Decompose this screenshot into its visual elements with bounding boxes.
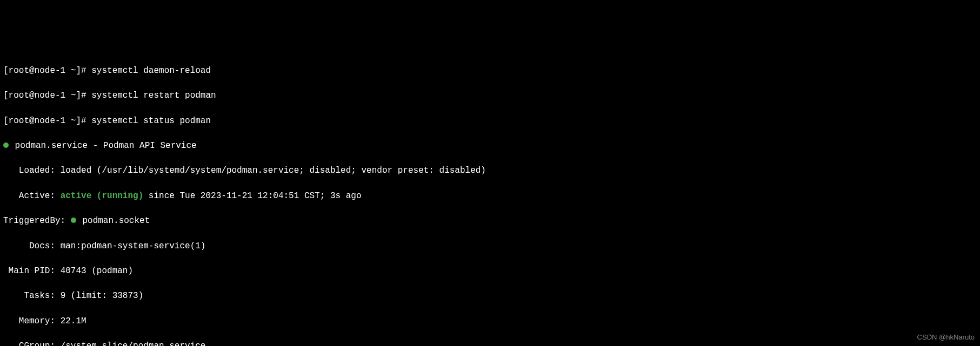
- terminal-output[interactable]: [root@node-1 ~]# systemctl daemon-reload…: [3, 52, 977, 346]
- command-line: [root@node-1 ~]# systemctl daemon-reload: [3, 65, 977, 77]
- watermark: CSDN @hkNaruto: [917, 333, 975, 343]
- field-value: 22.1M: [61, 316, 86, 326]
- field-label: Loaded:: [3, 166, 61, 175]
- shell-prompt: [root@node-1 ~]#: [3, 116, 91, 126]
- status-dot-icon: [3, 143, 9, 148]
- active-state: active (running): [61, 191, 144, 201]
- active-since: since Tue 2023-11-21 12:04:51 CST; 3s ag…: [143, 191, 361, 201]
- field-label: Tasks:: [3, 291, 61, 301]
- field-value: 9 (limit: 33873): [61, 291, 144, 301]
- memory-line: Memory: 22.1M: [3, 315, 977, 328]
- field-label: CGroup:: [3, 341, 61, 346]
- field-label: Memory:: [3, 316, 61, 326]
- triggeredby-line: TriggeredBy: podman.socket: [3, 215, 977, 227]
- status-dot-icon: [71, 218, 76, 223]
- field-value: man:podman-system-service(1): [61, 241, 206, 251]
- loaded-line: Loaded: loaded (/usr/lib/systemd/system/…: [3, 165, 977, 177]
- command-text: systemctl status podman: [91, 116, 211, 126]
- field-label: Active:: [3, 191, 61, 201]
- field-value: podman.socket: [82, 216, 150, 226]
- service-unit: podman.service - Podman API Service: [15, 141, 197, 151]
- field-value: /system.slice/podman.service: [61, 341, 206, 346]
- active-line: Active: active (running) since Tue 2023-…: [3, 190, 977, 202]
- field-label: Main PID:: [3, 266, 61, 276]
- mainpid-line: Main PID: 40743 (podman): [3, 265, 977, 277]
- command-line: [root@node-1 ~]# systemctl status podman: [3, 115, 977, 127]
- command-line: [root@node-1 ~]# systemctl restart podma…: [3, 90, 977, 102]
- command-text: systemctl daemon-reload: [91, 66, 211, 76]
- field-value: loaded (/usr/lib/systemd/system/podman.s…: [61, 166, 486, 175]
- docs-line: Docs: man:podman-system-service(1): [3, 240, 977, 253]
- command-text: systemctl restart podman: [91, 91, 216, 100]
- tasks-line: Tasks: 9 (limit: 33873): [3, 290, 977, 302]
- service-header: podman.service - Podman API Service: [3, 140, 977, 152]
- field-label: Docs:: [3, 241, 61, 251]
- cgroup-line: CGroup: /system.slice/podman.service: [3, 340, 977, 346]
- field-label: TriggeredBy:: [3, 216, 71, 226]
- shell-prompt: [root@node-1 ~]#: [3, 91, 91, 100]
- field-value: 40743 (podman): [61, 266, 133, 276]
- shell-prompt: [root@node-1 ~]#: [3, 66, 91, 76]
